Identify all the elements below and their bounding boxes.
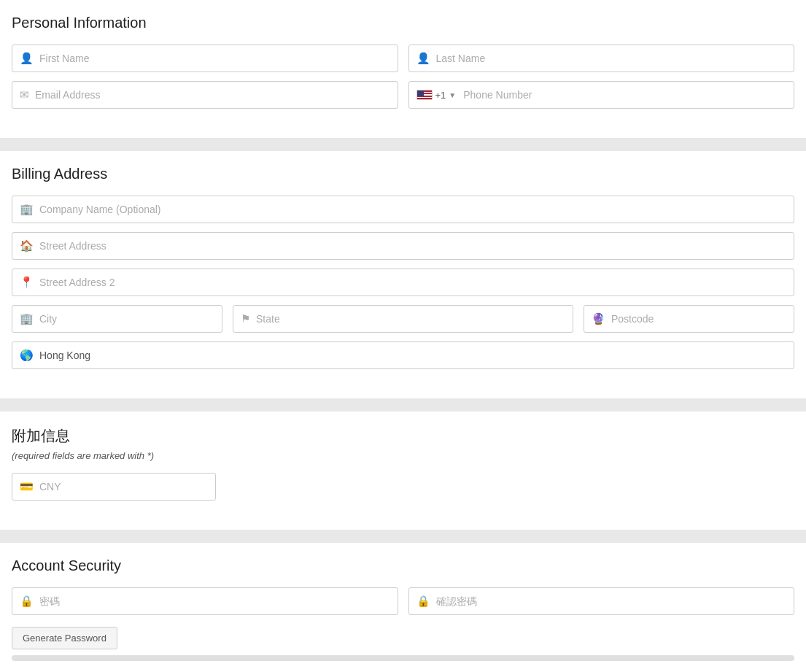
- email-input[interactable]: [35, 89, 390, 101]
- postcode-input[interactable]: [611, 313, 786, 325]
- company-input[interactable]: [39, 204, 786, 215]
- street-row: 🏠: [12, 232, 794, 260]
- account-security-section: Account Security 🔒 🔒 Generate Password: [0, 543, 806, 672]
- city-icon: 🏢: [20, 312, 34, 325]
- personal-information-title: Personal Information: [12, 15, 794, 31]
- billing-address-title: Billing Address: [12, 166, 794, 182]
- email-icon: ✉: [20, 88, 29, 101]
- city-field[interactable]: 🏢: [12, 305, 222, 333]
- first-name-input[interactable]: [39, 53, 390, 64]
- city-state-row: 🏢 ⚑ 🔮: [12, 305, 794, 333]
- state-field[interactable]: ⚑: [233, 305, 573, 333]
- state-input[interactable]: [256, 313, 565, 325]
- phone-flag-selector[interactable]: +1 ▼: [416, 90, 461, 101]
- password-field[interactable]: 🔒: [12, 587, 398, 615]
- globe-icon: 🌎: [20, 349, 34, 362]
- divider-1: [0, 138, 806, 151]
- company-row: 🏢: [12, 196, 794, 223]
- phone-input[interactable]: [463, 89, 786, 101]
- flag-icon: ⚑: [241, 312, 250, 325]
- password-input[interactable]: [39, 595, 390, 607]
- password-row: 🔒 🔒: [12, 587, 794, 615]
- postcode-field[interactable]: 🔮: [584, 305, 794, 333]
- street-field[interactable]: 🏠: [12, 232, 794, 260]
- divider-3: [0, 530, 806, 543]
- map-pin-icon: 📍: [20, 276, 34, 289]
- confirm-password-field[interactable]: 🔒: [408, 587, 795, 615]
- phone-dropdown-arrow: ▼: [449, 91, 456, 99]
- company-field[interactable]: 🏢: [12, 196, 794, 223]
- email-field[interactable]: ✉: [12, 81, 398, 109]
- lock-icon-2: 🔒: [416, 595, 430, 608]
- additional-info-subtitle: (required fields are marked with *): [12, 450, 794, 461]
- password-strength-bar: [12, 655, 794, 661]
- divider-2: [0, 398, 806, 412]
- street2-input[interactable]: [39, 277, 786, 288]
- name-row: 👤 👤: [12, 45, 794, 72]
- additional-info-title: 附加信息: [12, 426, 794, 446]
- country-input[interactable]: [39, 349, 786, 361]
- city-input[interactable]: [39, 313, 214, 325]
- phone-country-code: +1: [435, 90, 446, 101]
- street2-field[interactable]: 📍: [12, 269, 794, 296]
- currency-icon: 💳: [20, 480, 34, 493]
- street2-row: 📍: [12, 269, 794, 296]
- currency-input[interactable]: [39, 481, 208, 493]
- generate-password-row: Generate Password: [12, 624, 794, 649]
- phone-field[interactable]: +1 ▼: [408, 81, 795, 109]
- account-security-title: Account Security: [12, 557, 794, 574]
- country-row: 🌎: [12, 341, 794, 369]
- person-icon: 👤: [20, 52, 34, 65]
- postcode-icon: 🔮: [592, 312, 605, 325]
- building-icon: 🏢: [20, 203, 34, 216]
- billing-address-section: Billing Address 🏢 🏠 📍 🏢 ⚑ 🔮: [0, 151, 806, 398]
- confirm-password-input[interactable]: [436, 595, 787, 607]
- country-field[interactable]: 🌎: [12, 341, 794, 369]
- currency-field[interactable]: 💳: [12, 473, 216, 501]
- street-input[interactable]: [39, 240, 786, 252]
- building-icon-2: 🏠: [20, 239, 34, 252]
- personal-information-section: Personal Information 👤 👤 ✉ +1 ▼: [0, 0, 806, 138]
- last-name-field[interactable]: 👤: [408, 45, 795, 72]
- last-name-input[interactable]: [436, 53, 787, 64]
- currency-row: 💳: [12, 473, 794, 501]
- lock-icon: 🔒: [20, 595, 34, 608]
- person-icon-2: 👤: [416, 52, 430, 65]
- generate-password-button[interactable]: Generate Password: [12, 627, 117, 649]
- us-flag-icon: [416, 90, 433, 100]
- additional-info-section: 附加信息 (required fields are marked with *)…: [0, 412, 806, 530]
- first-name-field[interactable]: 👤: [12, 45, 398, 72]
- contact-row: ✉ +1 ▼: [12, 81, 794, 109]
